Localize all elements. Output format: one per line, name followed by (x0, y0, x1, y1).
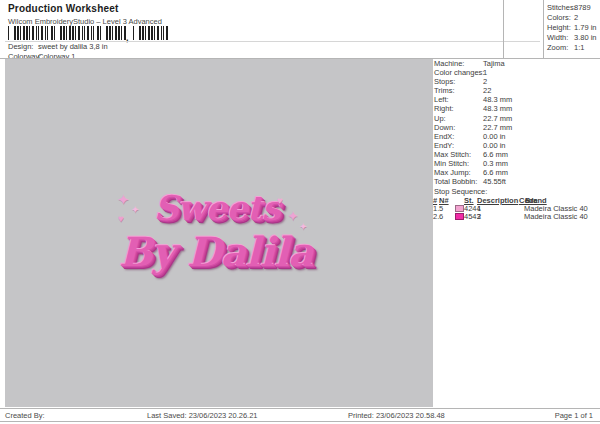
machine-row: EndX:0.00 in (434, 132, 600, 141)
summary-row: Height: 1.79 in (544, 23, 600, 33)
table-row: 1. 5 4244 1 Madeira Classic 40 (433, 204, 600, 212)
app-subtitle: Wilcom EmbroideryStudio – Level 3 Advanc… (8, 17, 162, 26)
down-label: Down: (434, 123, 455, 132)
row-brand: Madeira Classic 40 (524, 212, 588, 221)
machine-row: Machine:Tajima (434, 59, 600, 68)
endy-label: EndY: (434, 141, 454, 150)
min-stitch-label: Min Stitch: (434, 159, 469, 168)
row-needle: 6 (439, 212, 443, 221)
machine-row: Min Stitch:0.3 mm (434, 159, 600, 168)
page-title: Production Worksheet (8, 3, 119, 14)
last-saved-label: Last Saved: 23/06/2023 20.26.21 (147, 411, 258, 420)
machine-row: EndY:0.00 in (434, 141, 600, 150)
design-value: sweet by dalila 3,8 in (38, 42, 108, 51)
color-changes-value: 1 (483, 68, 487, 77)
barcode (8, 26, 126, 40)
endx-label: EndX: (434, 132, 454, 141)
right-label: Right: (434, 104, 454, 113)
stop-sequence-header-row: # N# St. Description Code Brand (433, 196, 600, 204)
footer-top-divider (0, 408, 600, 409)
machine-row: Max Stitch:6.6 mm (434, 150, 600, 159)
sparkle-icon: ✦ (131, 205, 139, 215)
height-value: 1.79 in (574, 23, 597, 32)
summary-row: Stitches: 8789 (544, 3, 600, 13)
right-value: 48.3 mm (483, 104, 512, 113)
height-label: Height: (547, 23, 571, 32)
production-worksheet-page: Production Worksheet Wilcom EmbroiderySt… (0, 0, 600, 424)
machine-row: Color changes:1 (434, 68, 600, 77)
zoom-value: 1:1 (574, 43, 584, 52)
sparkle-icon: ✦ (117, 192, 130, 207)
left-value: 48.3 mm (483, 95, 512, 104)
colors-value: 2 (574, 13, 578, 22)
sparkle-icon: ✦ (287, 209, 299, 223)
zoom-label: Zoom: (547, 43, 568, 52)
left-label: Left: (434, 95, 449, 104)
endx-value: 0.00 in (483, 132, 506, 141)
stitches-label: Stitches: (547, 3, 576, 12)
max-jump-value: 6.6 mm (483, 168, 508, 177)
stops-label: Stops: (434, 77, 455, 86)
machine-row: Down:22.7 mm (434, 123, 600, 132)
machine-row: Right:48.3 mm (434, 104, 600, 113)
summary-row: Zoom: 1:1 (544, 43, 600, 53)
max-jump-label: Max Jump: (434, 168, 471, 177)
stitches-value: 8789 (574, 3, 591, 12)
down-value: 22.7 mm (483, 123, 512, 132)
sparkle-icon: ✦ (299, 222, 307, 232)
page-number: Page 1 of 1 (555, 411, 593, 420)
footer-bottom-divider (0, 421, 600, 422)
total-bobbin-label: Total Bobbin: (434, 177, 477, 186)
heart-icon: ♥ (118, 214, 124, 224)
design-row: Design: sweet by dalila 3,8 in (0, 42, 300, 51)
max-stitch-value: 6.6 mm (483, 150, 508, 159)
machine-row: Max Jump:6.6 mm (434, 168, 600, 177)
summary-row: Width: 3.80 in (544, 33, 600, 43)
machine-row: Stops:2 (434, 77, 600, 86)
machine-label: Machine: (434, 59, 464, 68)
machine-row: Left:48.3 mm (434, 95, 600, 104)
up-value: 22.7 mm (483, 114, 512, 123)
machine-row: Trims:22 (434, 86, 600, 95)
machine-row: Total Bobbin:45.55ft (434, 177, 600, 186)
total-bobbin-value: 45.55ft (483, 177, 506, 186)
created-by-label: Created By: (5, 411, 45, 420)
row-description: 2 (477, 212, 481, 221)
up-label: Up: (434, 114, 446, 123)
width-label: Width: (547, 33, 568, 42)
printed-label: Printed: 23/06/2023 20.58.48 (348, 411, 445, 420)
embroidery-text-line2: By Dalila (119, 228, 313, 275)
machine-value: Tajima (483, 59, 505, 68)
trims-value: 22 (483, 86, 491, 95)
design-preview-canvas: Sweets By Dalila ✦ ✦ ♥ ♥ ✦ ✦ (5, 59, 433, 408)
heart-icon: ♥ (277, 196, 283, 206)
max-stitch-label: Max Stitch: (434, 150, 471, 159)
stops-value: 2 (483, 77, 487, 86)
thread-color-swatch (455, 213, 464, 220)
min-stitch-value: 0.3 mm (483, 159, 508, 168)
machine-row: Up:22.7 mm (434, 114, 600, 123)
endy-value: 0.00 in (483, 141, 506, 150)
barcode-segment-2 (133, 26, 170, 40)
trims-label: Trims: (434, 86, 455, 95)
width-value: 3.80 in (574, 33, 597, 42)
summary-row: Colors: 2 (544, 13, 600, 23)
colors-label: Colors: (547, 13, 571, 22)
design-label: Design: (8, 42, 33, 51)
stop-sequence-table: # N# St. Description Code Brand 1. 5 424… (433, 196, 600, 221)
table-row: 2. 6 4543 2 Madeira Classic 40 (433, 212, 600, 220)
color-changes-label: Color changes: (434, 68, 484, 77)
header-divider (5, 41, 540, 42)
design-summary-box: Stitches: 8789 Colors: 2 Height: 1.79 in… (544, 3, 600, 53)
machine-details-panel: Machine:Tajima Color changes:1 Stops:2 T… (434, 59, 600, 186)
header-vertical-divider-1 (503, 0, 504, 58)
embroidery-text-line1: Sweets (154, 188, 280, 228)
